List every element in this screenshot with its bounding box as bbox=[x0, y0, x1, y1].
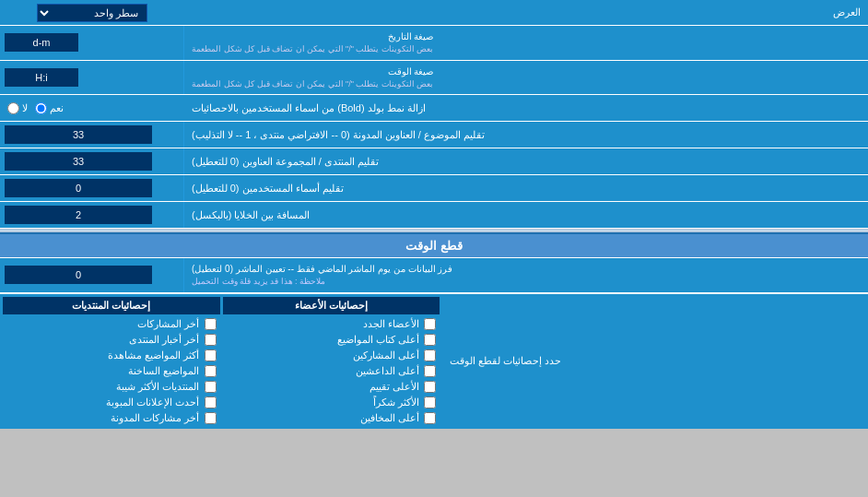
stats-item-new-members: الأعضاء الجدد bbox=[223, 316, 440, 332]
label-most-thanks: الأكثر شكراً bbox=[373, 396, 419, 408]
label-top-sharers: أعلى المشاركين bbox=[353, 349, 419, 361]
checkbox-new-members[interactable] bbox=[424, 318, 436, 330]
label-top-infractors: أعلى المخافين bbox=[360, 412, 419, 424]
stats-item-similar-forums: المنتديات الأكثر شيبة bbox=[3, 379, 220, 395]
time-format-row: صيغة الوقت بعض التكوينات يتطلب "/" التي … bbox=[0, 61, 868, 96]
space-cells-row: المسافة بين الخلايا (بالبكسل) bbox=[0, 202, 868, 229]
time-format-hint: بعض التكوينات يتطلب "/" التي يمكن ان تضا… bbox=[192, 78, 433, 90]
checkbox-top-rated[interactable] bbox=[424, 381, 436, 393]
label-most-viewed: أكثر المواضيع مشاهدة bbox=[108, 349, 199, 361]
sort-subjects-row: تقليم الموضوع / العناوين المدونة (0 -- ا… bbox=[0, 122, 868, 148]
checkbox-top-posters[interactable] bbox=[424, 365, 436, 377]
radio-yes-input[interactable] bbox=[35, 102, 47, 114]
checkbox-blog-posts[interactable] bbox=[205, 412, 217, 424]
time-format-input[interactable] bbox=[5, 68, 78, 87]
label-last-posts: أخر المشاركات bbox=[137, 318, 199, 330]
display-type-row: العرض سطر واحد سطرين ثلاثة أسطر bbox=[0, 0, 868, 26]
label-forum-news: أخر أخبار المنتدى bbox=[129, 334, 199, 346]
trim-users-input[interactable] bbox=[5, 179, 152, 197]
label-latest-ads: أحدث الإعلانات المبوبة bbox=[106, 396, 199, 408]
radio-yes-text: نعم bbox=[50, 102, 64, 114]
date-format-input[interactable] bbox=[5, 33, 78, 52]
remove-bold-radio-cell: نعم لا bbox=[0, 95, 184, 121]
label-similar-forums: المنتديات الأكثر شيبة bbox=[116, 381, 199, 393]
time-format-input-cell bbox=[0, 61, 184, 95]
label-top-rated: الأعلى تقييم bbox=[369, 381, 419, 393]
trim-forum-label: تقليم المنتدى / المجموعة العناوين (0 للت… bbox=[184, 148, 868, 174]
checkbox-most-viewed[interactable] bbox=[205, 349, 217, 361]
stats-item-top-writers: أعلى كتاب المواضيع bbox=[223, 332, 440, 348]
sort-subjects-input[interactable] bbox=[5, 125, 152, 144]
trim-forum-input-cell bbox=[0, 148, 184, 174]
stats-item-blog-posts: أخر مشاركات المدونة bbox=[3, 410, 220, 426]
label-top-writers: أعلى كتاب المواضيع bbox=[337, 334, 419, 346]
stats-item-top-rated: الأعلى تقييم bbox=[223, 379, 440, 395]
cutoff-input[interactable] bbox=[5, 266, 152, 284]
remove-bold-label: ازالة نمط بولد (Bold) من اسماء المستخدمي… bbox=[184, 95, 868, 121]
cutoff-section-header: قطع الوقت bbox=[0, 232, 868, 258]
stats-item-most-thanks: الأكثر شكراً bbox=[223, 395, 440, 410]
radio-yes-label: نعم bbox=[35, 102, 64, 114]
space-cells-label: المسافة بين الخلايا (بالبكسل) bbox=[184, 202, 868, 228]
trim-users-input-cell bbox=[0, 175, 184, 201]
checkbox-latest-ads[interactable] bbox=[205, 396, 217, 408]
checkbox-top-writers[interactable] bbox=[424, 334, 436, 346]
space-cells-input[interactable] bbox=[5, 206, 152, 224]
stats-item-most-viewed: أكثر المواضيع مشاهدة bbox=[3, 348, 220, 363]
label-top-posters: أعلى الداعشين bbox=[356, 365, 419, 377]
checkbox-top-sharers[interactable] bbox=[424, 349, 436, 361]
trim-users-label: تقليم أسماء المستخدمين (0 للتعطيل) bbox=[184, 175, 868, 201]
date-format-label: صيغة التاريخ بعض التكوينات يتطلب "/" الت… bbox=[184, 26, 868, 60]
radio-no-input[interactable] bbox=[7, 102, 19, 114]
stats-item-top-posters: أعلى الداعشين bbox=[223, 363, 440, 379]
radio-no-text: لا bbox=[22, 102, 28, 114]
time-format-label: صيغة الوقت بعض التكوينات يتطلب "/" التي … bbox=[184, 61, 868, 95]
sort-subjects-label: تقليم الموضوع / العناوين المدونة (0 -- ا… bbox=[184, 122, 868, 148]
trim-users-row: تقليم أسماء المستخدمين (0 للتعطيل) bbox=[0, 175, 868, 202]
stats-columns: إحصائيات الأعضاء الأعضاء الجدد أعلى كتاب… bbox=[0, 294, 442, 429]
stats-item-latest-ads: أحدث الإعلانات المبوبة bbox=[3, 395, 220, 410]
stats-col-members: إحصائيات الأعضاء الأعضاء الجدد أعلى كتاب… bbox=[223, 297, 440, 426]
label-new-members: الأعضاء الجدد bbox=[363, 318, 419, 330]
checkbox-most-thanks[interactable] bbox=[424, 396, 436, 408]
stats-section-label: حدد إحصائيات لقطع الوقت bbox=[442, 294, 868, 429]
checkbox-forum-news[interactable] bbox=[205, 334, 217, 346]
cutoff-label: فرز البيانات من يوم الماشر الماضي فقط --… bbox=[184, 258, 868, 292]
cutoff-main-label: فرز البيانات من يوم الماشر الماضي فقط --… bbox=[192, 262, 452, 276]
checkbox-last-posts[interactable] bbox=[205, 318, 217, 330]
cutoff-input-cell bbox=[0, 258, 184, 292]
time-format-title: صيغة الوقت bbox=[192, 65, 433, 78]
stats-item-last-posts: أخر المشاركات bbox=[3, 316, 220, 332]
stats-item-top-sharers: أعلى المشاركين bbox=[223, 348, 440, 363]
label-blog-posts: أخر مشاركات المدونة bbox=[111, 412, 199, 424]
cutoff-hint: ملاحظة : هذا قد يزيد قلة وقت التحميل bbox=[192, 276, 325, 289]
checkbox-hot-topics[interactable] bbox=[205, 365, 217, 377]
stats-col-forums: إحصائيات المنتديات أخر المشاركات أخر أخب… bbox=[3, 297, 220, 426]
stats-item-hot-topics: المواضيع الساخنة bbox=[3, 363, 220, 379]
stats-item-top-infractors: أعلى المخافين bbox=[223, 410, 440, 426]
stats-col-forums-header: إحصائيات المنتديات bbox=[3, 297, 220, 314]
display-type-select[interactable]: سطر واحد سطرين ثلاثة أسطر bbox=[37, 4, 147, 22]
date-format-title: صيغة التاريخ bbox=[192, 30, 433, 43]
date-format-input-cell bbox=[0, 26, 184, 60]
stats-section: حدد إحصائيات لقطع الوقت إحصائيات الأعضاء… bbox=[0, 293, 868, 429]
checkbox-similar-forums[interactable] bbox=[205, 381, 217, 393]
date-format-row: صيغة التاريخ بعض التكوينات يتطلب "/" الت… bbox=[0, 26, 868, 61]
stats-col-members-header: إحصائيات الأعضاء bbox=[223, 297, 440, 314]
sort-subjects-input-cell bbox=[0, 122, 184, 148]
radio-no-label: لا bbox=[7, 102, 28, 114]
checkbox-top-infractors[interactable] bbox=[424, 412, 436, 424]
remove-bold-row: ازالة نمط بولد (Bold) من اسماء المستخدمي… bbox=[0, 95, 868, 122]
stats-item-forum-news: أخر أخبار المنتدى bbox=[3, 332, 220, 348]
cutoff-row: فرز البيانات من يوم الماشر الماضي فقط --… bbox=[0, 258, 868, 293]
trim-forum-input[interactable] bbox=[5, 152, 152, 171]
trim-forum-row: تقليم المنتدى / المجموعة العناوين (0 للت… bbox=[0, 148, 868, 175]
display-type-select-cell: سطر واحد سطرين ثلاثة أسطر bbox=[0, 1, 184, 25]
label-hot-topics: المواضيع الساخنة bbox=[128, 365, 199, 377]
date-format-hint: بعض التكوينات يتطلب "/" التي يمكن ان تضا… bbox=[192, 43, 433, 55]
space-cells-input-cell bbox=[0, 202, 184, 228]
display-type-label: العرض bbox=[184, 3, 868, 22]
